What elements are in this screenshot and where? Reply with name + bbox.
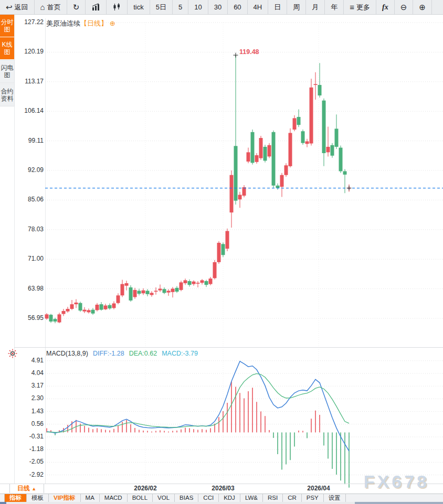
macd-dea-value: DEA:0.62 [129, 350, 157, 357]
tab-bias[interactable]: BIAS [175, 494, 198, 502]
toolbar-btn-label: 日 [274, 3, 281, 12]
macd-tick: 1.43 [15, 408, 44, 415]
tab-settings[interactable]: 设置 [324, 494, 346, 502]
toolbar-btn-60[interactable]: 60 [228, 0, 247, 14]
diff-line [47, 361, 349, 451]
macd-tick: -2.05 [15, 458, 44, 465]
macd-tick: 4.91 [15, 357, 44, 364]
toolbar-btn-day[interactable]: 日 [268, 0, 287, 14]
bar-chart-icon [91, 3, 100, 11]
toolbar-btn-tick[interactable]: tick [128, 0, 150, 14]
toolbar-btn-week[interactable]: 周 [287, 0, 306, 14]
home-icon: ⌂ [40, 3, 45, 11]
tab-cr[interactable]: CR [283, 494, 302, 502]
horizontal-scrollbar[interactable] [0, 502, 443, 504]
toolbar-btn-label: 月 [312, 3, 319, 12]
scrollbar-corner [0, 502, 6, 504]
dea-line [47, 373, 349, 432]
macd-tick: 3.17 [15, 382, 44, 389]
tab-vol[interactable]: VOL [153, 494, 175, 502]
sidebar-item-contract-info[interactable]: 合约资料 [0, 83, 15, 106]
toolbar-btn-year[interactable]: 年 [325, 0, 344, 14]
tab-cci[interactable]: CCI [198, 494, 219, 502]
tab-ma[interactable]: MA [81, 494, 100, 502]
macd-tick: 0.56 [15, 420, 44, 427]
sidebar-item-lightning-chart[interactable]: 闪电图 [0, 60, 15, 83]
back-icon: ↩ [6, 3, 13, 11]
tab-boll[interactable]: BOLL [128, 494, 153, 502]
price-tick: 71.00 [15, 255, 44, 262]
toolbar-btn-label: 周 [293, 3, 300, 12]
toolbar-btn-label: 年 [331, 3, 337, 12]
price-tick: 63.98 [15, 285, 44, 292]
macd-tick: -0.31 [15, 433, 44, 440]
indicator-settings-icon[interactable] [8, 349, 17, 358]
indicator-tabbar: 指标模板VIP指标MAMACDBOLLVOLBIASCCIKDJLW&RSICR… [0, 494, 443, 502]
tab-indicator[interactable]: 指标 [5, 494, 27, 502]
toolbar-btn-refresh[interactable]: ↻ [67, 0, 86, 14]
toolbar: ↩返回⌂首页↻tick5日51030604H日周月年≡更多fx⊖⊕ [0, 0, 443, 15]
toolbar-btn-label: 首页 [47, 3, 61, 12]
macd-header: MACD(13,8,9)DIFF:-1.28DEA:0.62MACD:-3.79 [46, 350, 203, 357]
tab-macd[interactable]: MACD [100, 494, 128, 502]
instrument-name: 美原油连续 [46, 19, 80, 27]
toolbar-btn-10[interactable]: 10 [188, 0, 208, 14]
macd-tick: -1.18 [15, 445, 44, 453]
toolbar-btn-5d[interactable]: 5日 [150, 0, 173, 14]
price-tick: 85.06 [15, 196, 44, 203]
toolbar-btn-fx[interactable]: fx [376, 0, 395, 14]
toolbar-btn-home[interactable]: ⌂首页 [35, 0, 67, 14]
toolbar-btn-bar-chart[interactable] [86, 0, 107, 14]
toolbar-btn-5[interactable]: 5 [173, 0, 188, 14]
tab-psy[interactable]: PSY [302, 494, 324, 502]
toolbar-btn-zoom-in[interactable]: ⊕ [413, 0, 432, 14]
chart-settings-icon[interactable]: ⊕ [110, 19, 115, 27]
toolbar-btn-4h[interactable]: 4H [248, 0, 269, 14]
sidebar-item-time-chart[interactable]: 分时图 [0, 15, 14, 37]
toolbar-btn-label: 返回 [15, 3, 28, 12]
price-tick: 106.14 [15, 107, 44, 114]
macd-macd-value: MACD:-3.79 [162, 350, 198, 357]
price-tick: 56.95 [15, 314, 44, 321]
price-tick: 120.19 [15, 48, 44, 55]
toolbar-btn-label: 30 [214, 3, 221, 11]
x-axis-label: 2026/04 [300, 485, 337, 492]
toolbar-btn-month[interactable]: 月 [306, 0, 325, 14]
toolbar-btn-back[interactable]: ↩返回 [0, 0, 35, 14]
price-tick: 78.03 [15, 226, 44, 233]
macd-tick: 4.04 [15, 369, 44, 377]
main-gridlines [45, 23, 443, 347]
toolbar-btn-zoom-out[interactable]: ⊖ [395, 0, 414, 14]
macd-histogram [47, 382, 349, 488]
sidebar: 分时图K线图闪电图合约资料 [0, 15, 14, 107]
toolbar-btn-30[interactable]: 30 [208, 0, 228, 14]
high-annotation: 119.48 [239, 48, 259, 56]
tab-template[interactable]: 模板 [27, 494, 49, 502]
zoom-in-icon: ⊕ [419, 3, 426, 11]
tab-lw[interactable]: LW& [240, 494, 263, 502]
candles [45, 55, 351, 323]
sidebar-item-kline-chart[interactable]: K线图 [0, 37, 14, 59]
panel-divider [14, 347, 443, 348]
x-axis-label: 2026/02 [127, 485, 164, 492]
tab-kdj[interactable]: KDJ [219, 494, 240, 502]
period-selector-label: 日线 [17, 485, 30, 492]
macd-chart-canvas[interactable] [14, 347, 443, 489]
main-chart-canvas[interactable]: 119.48 [14, 14, 443, 347]
tab-rsi[interactable]: RSI [263, 494, 283, 502]
tab-vip-indicator[interactable]: VIP指标 [49, 494, 81, 502]
chart-title: 美原油连续【日线】 ⊕ [46, 19, 115, 28]
app-window: ↩返回⌂首页↻tick5日51030604H日周月年≡更多fx⊖⊕ 分时图K线图… [0, 0, 443, 504]
x-axis-label: 2026/03 [205, 485, 241, 492]
toolbar-btn-candle-chart[interactable] [107, 0, 128, 14]
macd-tick: 2.30 [15, 394, 44, 402]
toolbar-btn-label: 10 [194, 3, 202, 11]
toolbar-btn-more[interactable]: ≡更多 [344, 0, 376, 14]
toolbar-btn-label: 60 [234, 3, 241, 11]
toolbar-btn-label: 更多 [356, 3, 370, 12]
toolbar-btn-label: tick [133, 3, 144, 11]
toolbar-btn-label: 5日 [156, 3, 166, 12]
scrollbar-thumb[interactable] [355, 502, 443, 504]
period-label: 【日线】 [80, 19, 108, 27]
period-selector[interactable]: 日线 ▲ [9, 484, 44, 493]
